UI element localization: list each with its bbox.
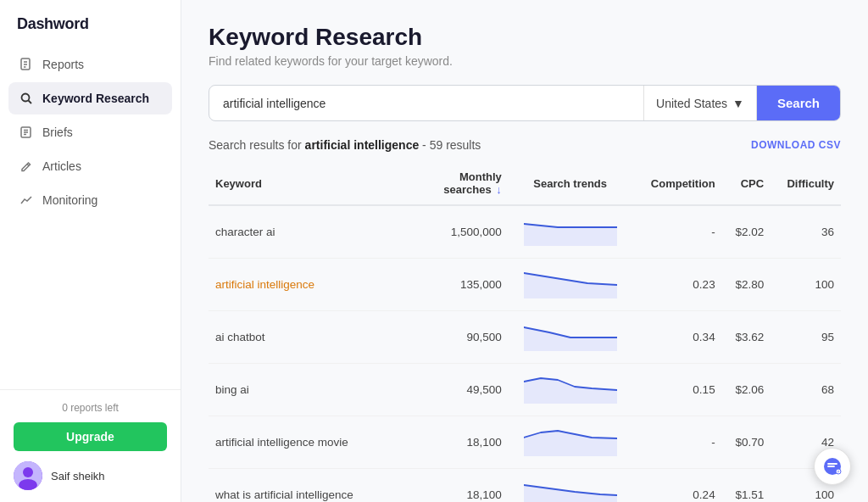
cell-search-trends [509, 205, 632, 259]
results-table-wrap: Keyword Monthlysearches ↓ Search trends … [209, 162, 841, 502]
cell-difficulty: 68 [771, 364, 841, 416]
country-selector[interactable]: United States ▼ [643, 86, 757, 120]
page-title: Keyword Research [209, 24, 841, 51]
country-label: United States [656, 97, 727, 110]
cell-cpc: $2.02 [722, 205, 771, 259]
sidebar-item-reports[interactable]: Reports [8, 48, 172, 81]
table-row: artificial intelligence 135,000 0.23 $2.… [209, 259, 841, 311]
table-row: what is artificial intelligence 18,100 0… [209, 469, 841, 503]
cell-monthly-searches: 18,100 [426, 469, 509, 503]
chart-icon [19, 192, 34, 208]
sidebar: Dashword Reports Keyword Resea [0, 0, 181, 502]
sidebar-footer: 0 reports left Upgrade Saif sheikh [0, 389, 181, 502]
chat-fab-button[interactable]: ? [814, 448, 851, 485]
sidebar-item-monitoring[interactable]: Monitoring [8, 184, 172, 216]
search-input[interactable] [209, 86, 643, 120]
cell-search-trends [509, 469, 632, 503]
cell-keyword: what is artificial intelligence [209, 469, 426, 503]
results-table: Keyword Monthlysearches ↓ Search trends … [209, 162, 841, 502]
cell-competition: - [632, 205, 722, 259]
col-search-trends: Search trends [509, 162, 632, 205]
cell-cpc: $1.51 [722, 469, 771, 503]
svg-point-4 [22, 94, 30, 102]
cell-monthly-searches: 1,500,000 [426, 205, 509, 259]
sidebar-label-keyword-research: Keyword Research [42, 92, 149, 105]
cell-keyword: artificial intelligence movie [209, 416, 426, 469]
table-row: artificial intelligence movie 18,100 - $… [209, 416, 841, 469]
table-row: character ai 1,500,000 - $2.02 36 [209, 205, 841, 259]
sidebar-item-articles[interactable]: Articles [8, 150, 172, 182]
upgrade-button[interactable]: Upgrade [14, 422, 167, 451]
cell-cpc: $3.62 [722, 311, 771, 364]
cell-search-trends [509, 311, 632, 364]
cell-monthly-searches: 18,100 [426, 416, 509, 469]
cell-keyword: ai chatbot [209, 311, 426, 364]
main-content-area: Keyword Research Find related keywords f… [181, 0, 868, 502]
cell-keyword: artificial intelligence [209, 259, 426, 311]
cell-search-trends [509, 364, 632, 416]
search-button[interactable]: Search [757, 86, 840, 120]
cell-competition: 0.34 [632, 311, 722, 364]
cell-keyword: character ai [209, 205, 426, 259]
col-keyword: Keyword [209, 162, 426, 205]
cell-cpc: $2.80 [722, 259, 771, 311]
download-csv-button[interactable]: DOWNLOAD CSV [751, 139, 841, 151]
col-competition: Competition [632, 162, 722, 205]
col-monthly-searches[interactable]: Monthlysearches ↓ [426, 162, 509, 205]
chevron-down-icon: ▼ [732, 97, 744, 110]
cell-search-trends [509, 259, 632, 311]
cell-competition: 0.23 [632, 259, 722, 311]
sidebar-label-briefs: Briefs [42, 126, 73, 139]
svg-marker-18 [524, 431, 617, 456]
cell-competition: 0.24 [632, 469, 722, 503]
cell-keyword: bing ai [209, 364, 426, 416]
sidebar-nav: Reports Keyword Research Bri [0, 45, 181, 389]
user-name: Saif sheikh [51, 470, 105, 482]
sidebar-item-briefs[interactable]: Briefs [8, 116, 172, 148]
search-icon [19, 91, 34, 106]
page-subtitle: Find related keywords for your target ke… [209, 54, 841, 68]
edit-icon [19, 159, 34, 174]
svg-point-12 [23, 467, 33, 477]
sidebar-label-articles: Articles [42, 159, 81, 173]
cell-difficulty: 100 [771, 259, 841, 311]
cell-difficulty: 36 [771, 205, 841, 259]
file-icon [19, 57, 34, 72]
sidebar-item-keyword-research[interactable]: Keyword Research [8, 82, 172, 114]
results-keyword: artificial intelligence [305, 138, 420, 152]
svg-marker-17 [524, 378, 617, 404]
cell-competition: 0.15 [632, 364, 722, 416]
results-header: Search results for artificial intelligen… [209, 138, 841, 152]
col-difficulty: Difficulty [771, 162, 841, 205]
sidebar-label-reports: Reports [42, 58, 84, 71]
cell-cpc: $2.06 [722, 364, 771, 416]
avatar [14, 461, 42, 490]
search-bar: United States ▼ Search [209, 85, 841, 121]
results-text: Search results for artificial intelligen… [209, 138, 481, 152]
sidebar-label-monitoring: Monitoring [42, 193, 97, 207]
col-cpc: CPC [722, 162, 771, 205]
svg-line-5 [29, 101, 32, 104]
table-row: ai chatbot 90,500 0.34 $3.62 95 [209, 311, 841, 364]
cell-monthly-searches: 49,500 [426, 364, 509, 416]
list-icon [19, 125, 34, 140]
cell-monthly-searches: 90,500 [426, 311, 509, 364]
svg-line-10 [27, 165, 29, 166]
cell-cpc: $0.70 [722, 416, 771, 469]
cell-monthly-searches: 135,000 [426, 259, 509, 311]
user-row: Saif sheikh [14, 461, 167, 490]
cell-competition: - [632, 416, 722, 469]
results-count: - [422, 138, 430, 152]
app-logo: Dashword [0, 0, 181, 45]
results-count-value: 59 results [430, 138, 481, 152]
cell-difficulty: 95 [771, 311, 841, 364]
svg-marker-15 [524, 273, 617, 298]
cell-search-trends [509, 416, 632, 469]
table-row: bing ai 49,500 0.15 $2.06 68 [209, 364, 841, 416]
reports-left: 0 reports left [14, 402, 167, 414]
